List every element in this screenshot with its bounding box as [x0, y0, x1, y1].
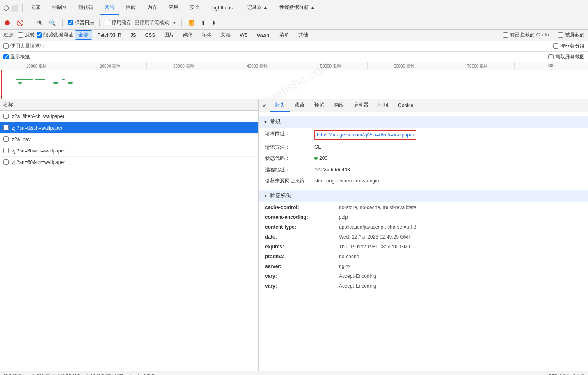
- general-toggle: ▼: [263, 120, 268, 124]
- search-icon: 🔍: [49, 20, 56, 26]
- request-item-4[interactable]: zjl?sn=60&ch=wallpaper: [0, 157, 258, 168]
- blocked-requests-label: 被屏蔽的: [565, 32, 585, 39]
- disable-cache-checkbox[interactable]: [105, 20, 110, 25]
- detail-status-value: 200: [314, 155, 327, 162]
- tab-application[interactable]: 应用: [164, 1, 183, 15]
- show-overview-text: 显示概览: [10, 53, 30, 60]
- details-tab-response[interactable]: 响应: [329, 99, 349, 112]
- show-overview-label[interactable]: 显示概览: [3, 53, 30, 60]
- resp-header-2: content-type: application/javascript; ch…: [259, 222, 588, 232]
- mark-0: 10000 毫秒: [0, 62, 73, 70]
- filter-icon: ⚗: [37, 20, 42, 26]
- filter-media[interactable]: 媒体: [179, 30, 197, 40]
- capture-screenshot-label[interactable]: 截取屏幕截图: [548, 53, 585, 60]
- hide-data-urls-checkbox[interactable]: [37, 32, 42, 38]
- details-tabs: ✕ 标头 载荷 预览 响应 启动器 时间 Cookie: [259, 99, 588, 112]
- filter-css[interactable]: CSS: [142, 31, 159, 39]
- request-checkbox-4[interactable]: [3, 159, 9, 165]
- request-name-1: zjl?sn=0&ch=wallpaper: [12, 125, 62, 131]
- bar1: [16, 79, 33, 80]
- filter-all[interactable]: 全部: [75, 30, 92, 40]
- request-item-2[interactable]: z?a=nav: [0, 134, 258, 145]
- details-tab-initiator[interactable]: 启动器: [349, 99, 373, 112]
- response-section-header[interactable]: ▼ 响应标头: [259, 190, 588, 202]
- disable-cache-label[interactable]: 停用缓存: [105, 19, 131, 26]
- tab-performance[interactable]: 性能: [121, 1, 141, 15]
- request-checkbox-0[interactable]: [3, 114, 9, 119]
- filter-fetch-xhr[interactable]: Fetch/XHR: [94, 31, 125, 39]
- resp-header-7: vary: Accept-Encoding: [259, 271, 588, 281]
- tab-network[interactable]: 网络: [100, 1, 119, 15]
- request-item-0[interactable]: z?a=filter&ch=wallpaper: [0, 111, 258, 122]
- resp-key-7: vary:: [265, 273, 339, 280]
- cursor-icon[interactable]: ⬡: [3, 4, 9, 12]
- mark-1: 20000 毫秒: [73, 62, 147, 70]
- download-icon: ⬇: [212, 20, 216, 26]
- resp-key-3: date:: [265, 233, 339, 241]
- wifi-icon-btn[interactable]: 📶: [187, 19, 196, 27]
- tab-lighthouse[interactable]: Lighthouse: [206, 2, 240, 15]
- details-close-button[interactable]: ✕: [260, 101, 268, 111]
- capture-screenshot-checkbox[interactable]: [548, 54, 554, 59]
- by-frame-label[interactable]: 按框架分组: [553, 43, 585, 50]
- tab-memory[interactable]: 内存: [142, 1, 162, 15]
- request-checkbox-3[interactable]: [3, 148, 9, 153]
- request-item-3[interactable]: zjl?sn=30&ch=wallpaper: [0, 145, 258, 157]
- detail-url-value: https://image.so.com/zjl?sn=0&ch=wallpap…: [314, 130, 416, 140]
- tab-recorder[interactable]: 记录器 ▲: [242, 1, 273, 15]
- tab-elements[interactable]: 元素: [26, 1, 46, 15]
- details-tab-headers[interactable]: 标头: [270, 99, 290, 112]
- request-item-1[interactable]: zjl?sn=0&ch=wallpaper: [0, 122, 258, 134]
- by-frame-checkbox[interactable]: [553, 43, 558, 49]
- filter-js[interactable]: JS: [127, 31, 140, 39]
- filter-label: 过滤: [3, 32, 13, 39]
- resp-header-0: cache-control: no-store, no-cache, must-…: [259, 202, 588, 212]
- details-tab-payload[interactable]: 载荷: [290, 99, 309, 112]
- timeline-ruler: 10000 毫秒 20000 毫秒 30000 毫秒 40000 毫秒 5000…: [0, 62, 588, 70]
- tab-performance-insights[interactable]: 性能数据分析 ▲: [275, 1, 320, 15]
- resp-val-1: gzip: [339, 214, 348, 221]
- filter-ws[interactable]: WS: [236, 31, 251, 39]
- upload-icon-btn[interactable]: ⬆: [199, 19, 207, 27]
- bar3: [35, 79, 45, 80]
- sep3: [99, 19, 100, 27]
- resp-header-3: date: Wed, 12 Apr 2023 02:49:25 GMT: [259, 232, 588, 242]
- filter-manifest[interactable]: 清单: [276, 30, 293, 40]
- blocked-cookies-checkbox[interactable]: [503, 32, 508, 38]
- inspect-icon[interactable]: ⬜: [11, 4, 19, 12]
- reverse-checkbox[interactable]: [18, 32, 23, 38]
- large-rows-checkbox[interactable]: [3, 43, 9, 49]
- filter-wasm[interactable]: Wasm: [253, 31, 275, 39]
- tab-security[interactable]: 安全: [185, 1, 205, 15]
- requests-panel: 名称 z?a=filter&ch=wallpaper zjl?sn=0&ch=w…: [0, 99, 259, 371]
- filter-font[interactable]: 字体: [198, 30, 215, 40]
- tab-console[interactable]: 控制台: [47, 1, 72, 15]
- bar6: [68, 82, 73, 84]
- show-overview-checkbox[interactable]: [3, 54, 9, 59]
- details-tab-preview[interactable]: 预览: [309, 99, 329, 112]
- large-rows-label[interactable]: 使用大量请求行: [3, 43, 45, 50]
- clear-button[interactable]: 🚫: [15, 19, 25, 27]
- preserve-log-text: 保留日志: [75, 19, 94, 26]
- separator: [22, 4, 23, 12]
- preserve-log-checkbox[interactable]: [68, 20, 73, 25]
- details-tab-cookie[interactable]: Cookie: [393, 100, 418, 111]
- details-tab-timing[interactable]: 时间: [373, 99, 393, 112]
- filter-icon-btn[interactable]: ⚗: [35, 19, 44, 27]
- preserve-log-label[interactable]: 保留日志: [68, 19, 94, 26]
- filter-img[interactable]: 图片: [160, 30, 178, 40]
- tab-sources[interactable]: 源代码: [73, 1, 98, 15]
- filter-other[interactable]: 其他: [295, 30, 312, 40]
- response-toggle: ▼: [263, 193, 268, 198]
- record-button[interactable]: [3, 20, 11, 26]
- request-checkbox-2[interactable]: [3, 136, 9, 142]
- general-section-header[interactable]: ▼ 常规: [259, 116, 588, 128]
- filter-doc[interactable]: 文档: [217, 30, 234, 40]
- download-icon-btn[interactable]: ⬇: [210, 19, 217, 27]
- detail-status-row: 状态代码： 200: [259, 153, 588, 164]
- blocked-requests-checkbox[interactable]: [558, 32, 563, 38]
- resp-val-7: Accept-Encoding: [339, 273, 376, 280]
- request-checkbox-1[interactable]: [3, 125, 9, 130]
- search-icon-btn[interactable]: 🔍: [47, 19, 57, 27]
- mark-2: 30000 毫秒: [147, 62, 220, 70]
